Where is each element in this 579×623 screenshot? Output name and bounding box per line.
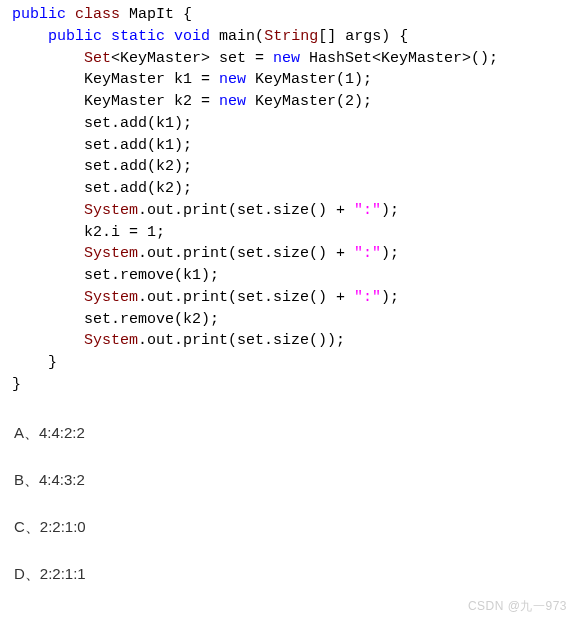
brace-close: }	[48, 354, 57, 371]
code-text: KeyMaster k1 =	[84, 71, 219, 88]
system-class: System	[84, 289, 138, 306]
code-line: set.add(k2);	[84, 158, 192, 175]
code-text: .out.print(set.size() +	[138, 289, 354, 306]
code-line: set.add(k1);	[84, 115, 192, 132]
code-text: );	[381, 289, 399, 306]
keyword-public: public	[48, 28, 102, 45]
system-class: System	[84, 245, 138, 262]
code-text: );	[381, 245, 399, 262]
system-class: System	[84, 332, 138, 349]
answer-option-b: B、4:4:3:2	[14, 471, 579, 490]
answer-options: A、4:4:2:2 B、4:4:3:2 C、2:2:1:0 D、2:2:1:1	[0, 424, 579, 584]
code-line: set.add(k2);	[84, 180, 192, 197]
code-line: k2.i = 1;	[84, 224, 165, 241]
system-class: System	[84, 202, 138, 219]
keyword-new: new	[219, 93, 246, 110]
code-text: KeyMaster(2);	[246, 93, 372, 110]
type-string: String	[264, 28, 318, 45]
code-text: .out.print(set.size());	[138, 332, 345, 349]
answer-option-d: D、2:2:1:1	[14, 565, 579, 584]
method-main: main(	[219, 28, 264, 45]
brace-close: }	[12, 376, 21, 393]
class-name: MapIt {	[129, 6, 192, 23]
args-text: [] args) {	[318, 28, 408, 45]
generic-text: <KeyMaster> set =	[111, 50, 273, 67]
answer-option-a: A、4:4:2:2	[14, 424, 579, 443]
hashset-text: HashSet<KeyMaster>();	[300, 50, 498, 67]
keyword-class: class	[75, 6, 120, 23]
keyword-new: new	[219, 71, 246, 88]
code-text: .out.print(set.size() +	[138, 245, 354, 262]
keyword-void: void	[174, 28, 210, 45]
keyword-public: public	[12, 6, 66, 23]
watermark-csdn: CSDN @九一973	[468, 598, 567, 615]
code-line: set.remove(k2);	[84, 311, 219, 328]
code-text: .out.print(set.size() +	[138, 202, 354, 219]
string-literal: ":"	[354, 202, 381, 219]
answer-option-c: C、2:2:1:0	[14, 518, 579, 537]
code-line: set.remove(k1);	[84, 267, 219, 284]
string-literal: ":"	[354, 289, 381, 306]
code-text: KeyMaster k2 =	[84, 93, 219, 110]
code-text: );	[381, 202, 399, 219]
type-set: Set	[84, 50, 111, 67]
string-literal: ":"	[354, 245, 381, 262]
code-text: KeyMaster(1);	[246, 71, 372, 88]
keyword-static: static	[111, 28, 165, 45]
code-block: public class MapIt { public static void …	[0, 4, 579, 396]
keyword-new: new	[273, 50, 300, 67]
code-line: set.add(k1);	[84, 137, 192, 154]
